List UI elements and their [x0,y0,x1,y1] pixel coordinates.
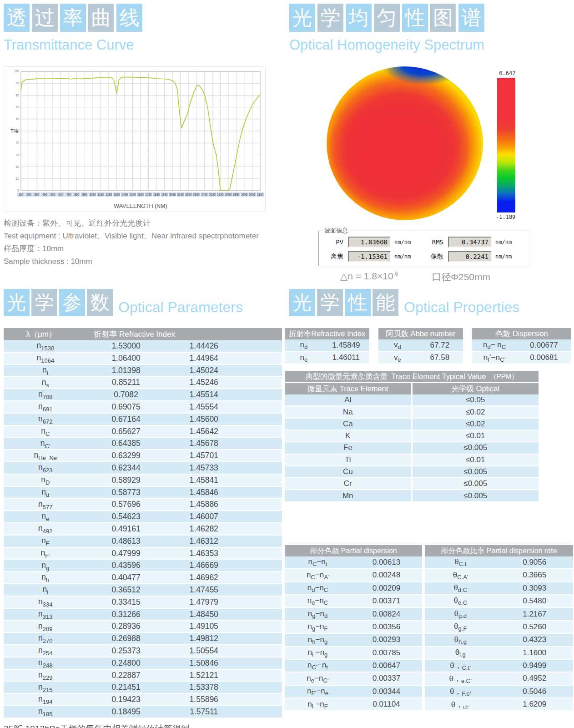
param-row: n708 0.7082 1.45514 [4,389,282,401]
param-wavelength: 0.85211 [87,378,165,387]
row-symbol: θC.t [425,557,496,567]
trace-title-cn: 典型的微量元素杂质含量 [305,372,388,382]
svg-text:0: 0 [17,189,19,192]
section-headers: 光学参数 Optical Parameters 光学性能 Optical Pro… [4,289,574,316]
param-symbol: n270 [4,633,87,644]
trace-element-table: 典型的微量元素杂质含量 Trace Element Typical Value … [285,371,539,502]
param-wavelength: 0.28936 [87,622,165,631]
row-symbol: θ，e.C’ [425,673,496,684]
partial-dispersion-rate-table: 部分色散比率 Partial dispersion rate θC.t 0.90… [425,545,573,712]
svg-text:3090: 3090 [249,193,256,196]
svg-text:100: 100 [14,70,19,73]
abbe-number-row: ve 67.58 [378,352,463,365]
param-row: n270 0.26988 1.49812 [4,633,282,645]
row-symbol: ne−nC’ [285,674,351,683]
param-symbol: n1530 [4,341,87,351]
top-section: 透过率曲线 Transmittance Curve 01020304050607… [4,4,574,283]
param-index: 1.45846 [165,488,243,497]
param-symbol: n254 [4,646,87,656]
title-char-box: 图 [430,4,456,32]
param-symbol: nh [4,572,87,583]
row-symbol: nf’−nC’ [472,353,517,363]
param-index: 1.57511 [165,707,243,717]
partial-dispersion-rate-row-item: θ，F.e’ 0.5046 [425,686,573,698]
svg-text:1590: 1590 [129,193,136,196]
param-symbol: n1064 [4,353,87,364]
transmittance-title-en: Transmittance Curve [4,37,282,53]
svg-text:1290: 1290 [106,193,112,196]
param-row: n215 0.21451 1.53378 [4,682,282,694]
row-value: 0.5480 [496,597,573,606]
param-symbol: nD [4,475,87,485]
param-row: n577 0.57696 1.45886 [4,499,282,511]
trace-element-value: ≤0.02 [413,419,539,430]
footnote-cn: 25℃,1013hPa干燥的氮气中相关测量值计算得到 [4,723,574,728]
trace-table-columns: 微量元素 Trace Element 光学级 Optical [285,383,539,394]
title-char-box: 率 [60,4,86,32]
params-table-body: n1530 1.53000 1.44426 n1064 1.06400 1.44… [4,340,282,718]
param-symbol: ne [4,511,87,522]
title-char-box: 能 [373,289,398,316]
refractive-index-table: 折射率Refractive Index nd 1.45849 ne 1.4601… [285,328,369,364]
row-value: 0.00681 [517,353,571,362]
title-char-box: 学 [31,289,57,316]
svg-text:690: 690 [58,193,63,196]
equipment-notes: 检测设备：紫外、可见、近红外分光光度计Test equipment : Ultr… [4,218,282,267]
param-symbol: n623 [4,463,87,473]
partial-dispersion-rate-row-item: θg.F 0.5260 [425,621,573,634]
svg-text:30: 30 [16,153,20,157]
svg-text:190: 190 [19,193,24,196]
param-row: n672 0.67164 1.45600 [4,414,282,426]
partial-dispersion-row-item: nd−nC 0.00209 [285,582,422,595]
param-wavelength: 0.48613 [87,536,165,546]
lambda-header: λ（μm） [4,329,79,339]
row-symbol: ne−nC [285,596,351,606]
trace-element-name: Al [285,394,411,405]
svg-text:2690: 2690 [217,193,224,196]
row-value: 0.3665 [496,571,573,580]
partial-dispersion-rate-row-item: θg.d 1.2167 [425,608,573,621]
row-symbol: ve [378,353,417,363]
row-value: 0.4323 [496,635,573,644]
row-value: 0.9056 [496,558,573,567]
param-row: nF’ 0.47999 1.46353 [4,548,282,560]
param-index: 1.46962 [165,573,243,582]
row-symbol: θC.A’ [425,571,496,580]
param-index: 1.45514 [165,390,243,399]
param-symbol: n194 [4,694,87,705]
param-row: nt 1.01398 1.45024 [4,365,282,377]
row-value: 0.00337 [351,674,422,683]
row-value: 0.00647 [351,661,422,670]
param-wavelength: 0.67164 [87,415,165,424]
param-index: 1.52121 [165,671,243,680]
param-index: 1.50554 [165,646,243,656]
svg-text:T%: T% [10,128,18,134]
svg-text:1190: 1190 [98,193,104,196]
trace-element-value: ≤0.005 [413,478,539,489]
param-wavelength: 1.53000 [87,341,165,351]
row-value: 0.00824 [351,610,422,619]
param-row: n334 0.33415 1.47979 [4,597,282,609]
footer-notes: 25℃,1013hPa干燥的氮气中相关测量值计算得到 Calculated ba… [4,723,574,728]
equipment-note-line: 样品厚度：10mm [4,244,282,254]
refractive-index-table-title: 折射率Refractive Index [285,328,369,339]
trace-element-row: Al ≤0.05 [285,394,539,406]
title-char-box: 光 [4,289,30,316]
colorbar [497,78,515,212]
optical-properties-header: 光学性能 Optical Properties [282,289,574,316]
svg-text:2990: 2990 [241,193,248,196]
svg-text:2090: 2090 [169,193,176,196]
partial-dispersion-row-item: nC−nA’ 0.00248 [285,569,422,582]
trace-element-row: Ti ≤0.01 [285,455,539,466]
title-char-box: 光 [289,4,315,32]
wavefront-field-label: 离焦 [322,253,348,261]
param-index: 1.48450 [165,610,243,619]
optical-parameters-header: 光学参数 Optical Parameters [4,289,282,316]
trace-element-name: Fe [285,442,411,453]
title-char-box: 过 [32,4,58,32]
row-value: 0.5046 [496,687,573,696]
partial-dispersion-rate-row-item: θe.C 0.5480 [425,595,573,608]
param-wavelength: 0.31266 [87,610,165,619]
trace-title-ppm: （PPM） [489,372,518,381]
row-symbol: θi.g [425,648,496,657]
